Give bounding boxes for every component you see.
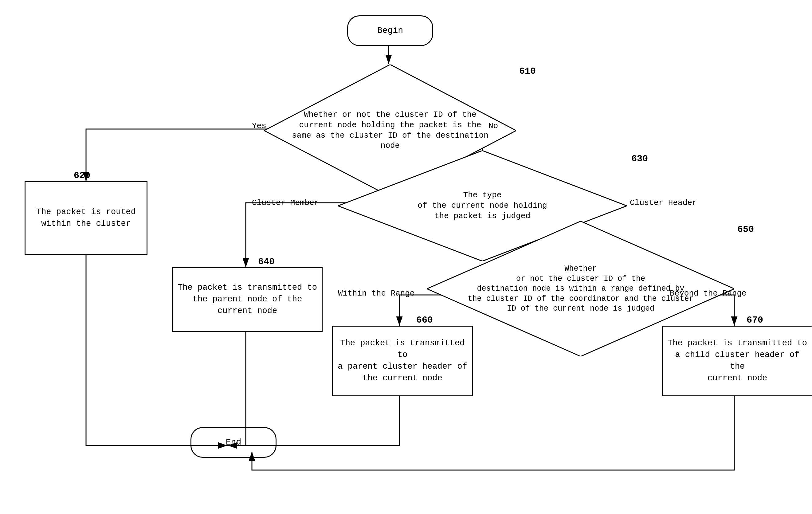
begin-shape: Begin	[347, 16, 433, 46]
diamond-630-text: The typeof the current node holdingthe p…	[367, 190, 598, 221]
label-630: 630	[631, 153, 648, 164]
within-range-label: Within the Range	[338, 289, 415, 298]
begin-label: Begin	[373, 22, 408, 40]
label-610: 610	[519, 66, 536, 77]
yes-label: Yes	[252, 121, 266, 131]
box-620-text: The packet is routed within the cluster	[26, 203, 147, 233]
beyond-range-label: Beyond the Range	[670, 289, 747, 298]
box-660: The packet is transmitted toa parent clu…	[332, 326, 473, 396]
label-660: 660	[416, 315, 433, 325]
box-670-text: The packet is transmitted toa child clus…	[663, 335, 812, 387]
box-620: The packet is routed within the cluster	[25, 181, 147, 255]
label-620: 620	[74, 171, 90, 181]
box-640: The packet is transmitted tothe parent n…	[172, 267, 323, 332]
box-660-text: The packet is transmitted toa parent clu…	[333, 335, 472, 387]
box-640-text: The packet is transmitted tothe parent n…	[173, 279, 322, 320]
cluster-header-label: Cluster Header	[630, 198, 697, 207]
diamond-610-text: Whether or not the cluster ID of the cur…	[289, 110, 491, 151]
label-670: 670	[747, 315, 763, 325]
no-label: No	[489, 121, 498, 131]
flowchart-diagram: Begin Whether or not the cluster ID of t…	[0, 0, 812, 514]
label-650: 650	[737, 224, 754, 235]
diamond-650-text: Whetheror not the cluster ID of thedesti…	[458, 264, 703, 314]
label-640: 640	[258, 257, 275, 267]
box-670: The packet is transmitted toa child clus…	[662, 326, 812, 396]
end-label: End	[221, 433, 246, 451]
cluster-member-label: Cluster Member	[252, 198, 319, 207]
end-shape: End	[191, 427, 277, 458]
